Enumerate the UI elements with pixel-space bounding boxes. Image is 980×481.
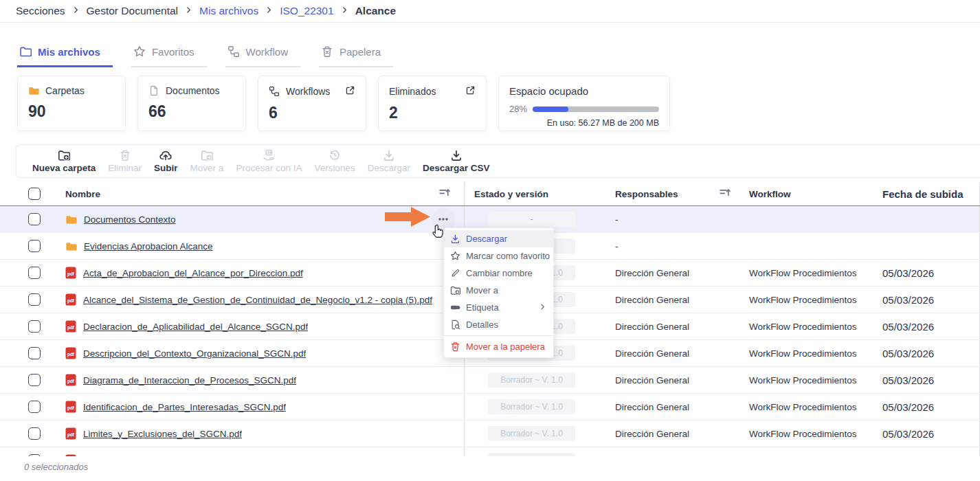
workflow-cell: WorkFlow Procedimientos bbox=[739, 322, 880, 332]
toolbar: Nueva carpetaEliminarSubirMover aAIProce… bbox=[16, 144, 980, 178]
column-header-nombre: Nombre bbox=[65, 189, 100, 199]
file-name-link[interactable]: Diagrama_de_Interaccion_de_Procesos_SGCN… bbox=[83, 375, 296, 385]
menu-item-detalles[interactable]: Detalles bbox=[444, 316, 553, 333]
context-menu: DescargarMarcar como favoritoCambiar nom… bbox=[443, 227, 554, 358]
responsible-cell: - bbox=[615, 241, 739, 251]
breadcrumb-separator-icon bbox=[71, 5, 80, 17]
toolbar-button-subir[interactable]: Subir bbox=[154, 149, 178, 173]
file-name-link[interactable]: Descripcion_del_Contexto_Organizacional_… bbox=[83, 348, 306, 359]
history-icon bbox=[328, 149, 341, 161]
file-name-link[interactable]: Acta_de_Aprobacion_del_Alcance_por_Direc… bbox=[83, 268, 303, 278]
tab-workflow[interactable]: Workflow bbox=[225, 44, 300, 67]
cursor-pointer-icon bbox=[429, 223, 447, 240]
table-header: Nombre Estado y versión Responsables Wor… bbox=[0, 182, 980, 206]
trash-x-icon bbox=[450, 342, 460, 352]
tab-favoritos[interactable]: Favoritos bbox=[131, 44, 207, 67]
external-link-icon[interactable] bbox=[465, 85, 476, 98]
responsible-cell: Dirección General bbox=[615, 429, 739, 439]
breadcrumb-item-iso-22301[interactable]: ISO_22301 bbox=[280, 5, 333, 17]
file-name-link[interactable]: Alcance_del_Sistema_de_Gestion_de_Contin… bbox=[83, 295, 432, 305]
stat-card-value: 90 bbox=[28, 102, 115, 121]
folder-plus-icon bbox=[58, 149, 70, 161]
breadcrumb: SeccionesGestor DocumentalMis archivosIS… bbox=[0, 0, 980, 23]
toolbar-button-descargar-csv[interactable]: Descargar CSV bbox=[423, 149, 490, 173]
row-checkbox[interactable] bbox=[28, 347, 41, 359]
toolbar-button-label: Mover a bbox=[190, 163, 224, 173]
row-checkbox[interactable] bbox=[28, 267, 41, 279]
date-cell: 05/03/2026 bbox=[880, 287, 980, 313]
file-name-link[interactable]: Evidencias Aprobacion Alcance bbox=[84, 241, 213, 251]
date-cell: 05/03/2026 bbox=[880, 447, 980, 456]
row-checkbox[interactable] bbox=[28, 401, 41, 413]
file-name-link[interactable]: Identificacion_de_Partes_Interesadas_SGC… bbox=[83, 402, 286, 412]
breadcrumb-item-mis-archivos[interactable]: Mis archivos bbox=[199, 5, 258, 17]
menu-item-cambiar-nombre[interactable]: Cambiar nombre bbox=[444, 265, 553, 282]
column-header-workflow: Workflow bbox=[749, 189, 791, 199]
svg-text:pdf: pdf bbox=[67, 271, 75, 277]
sort-icon[interactable] bbox=[719, 187, 731, 201]
pdf-file-icon: pdf bbox=[65, 454, 76, 456]
pdf-file-icon: pdf bbox=[65, 293, 76, 306]
breadcrumb-separator-icon bbox=[340, 5, 349, 17]
orange-arrow-annotation bbox=[385, 205, 431, 228]
storage-usage-text: En uso: 56.27 MB de 200 MB bbox=[509, 118, 659, 128]
tab-papelera[interactable]: Papelera bbox=[319, 44, 393, 67]
tab-label: Mis archivos bbox=[38, 46, 100, 58]
stat-card-label: Eliminados bbox=[389, 86, 436, 97]
stat-card-label: Workflows bbox=[286, 86, 330, 97]
menu-item-mover-a[interactable]: Mover a bbox=[444, 282, 553, 299]
file-name-link[interactable]: Limites_y_Exclusiones_del_SGCN.pdf bbox=[83, 429, 242, 439]
row-checkbox[interactable] bbox=[28, 293, 41, 306]
row-checkbox[interactable] bbox=[28, 454, 41, 456]
stat-card-eliminados: Eliminados2 bbox=[378, 76, 487, 131]
menu-item-etiqueta[interactable]: Etiqueta bbox=[444, 299, 553, 316]
responsible-cell: Dirección General bbox=[615, 402, 739, 412]
tab-label: Favoritos bbox=[152, 46, 194, 58]
external-link-icon[interactable] bbox=[345, 85, 355, 98]
row-checkbox[interactable] bbox=[28, 240, 41, 252]
toolbar-button-label: Descargar bbox=[368, 163, 410, 173]
stat-card-carpetas: Carpetas90 bbox=[17, 76, 126, 131]
pdf-file-icon: pdf bbox=[65, 427, 76, 440]
file-name-link[interactable]: Documentos Contexto bbox=[84, 214, 176, 225]
date-cell bbox=[880, 233, 980, 259]
pencil-icon bbox=[450, 268, 460, 278]
download-icon bbox=[450, 149, 463, 161]
stat-card-label: Carpetas bbox=[45, 85, 85, 96]
trash-x-icon bbox=[119, 149, 131, 161]
responsible-cell: Dirección General bbox=[615, 322, 739, 332]
tab-mis-archivos[interactable]: Mis archivos bbox=[17, 44, 113, 67]
status-badge: Borrador ~ V. 1.0 bbox=[488, 399, 575, 414]
row-checkbox[interactable] bbox=[28, 374, 41, 386]
stat-card-value: 6 bbox=[269, 104, 355, 122]
pdf-file-icon: pdf bbox=[65, 320, 76, 333]
menu-item-marcar-como-favorito[interactable]: Marcar como favorito bbox=[444, 247, 553, 265]
table-row: pdfDiagrama_de_Interaccion_de_Procesos_S… bbox=[0, 367, 980, 394]
stat-card-value: 2 bbox=[389, 104, 476, 122]
workflow-cell: WorkFlow Procedimientos bbox=[739, 268, 880, 278]
menu-item-descargar[interactable]: Descargar bbox=[444, 230, 553, 247]
file-name-link[interactable]: Declaracion_de_Aplicabilidad_del_Alcance… bbox=[83, 322, 308, 332]
sort-icon[interactable] bbox=[438, 187, 450, 201]
row-checkbox[interactable] bbox=[28, 427, 41, 440]
menu-item-mover-a-la-papelera[interactable]: Mover a la papelera bbox=[444, 338, 553, 355]
svg-text:pdf: pdf bbox=[67, 298, 75, 304]
storage-percent: 28% bbox=[509, 104, 527, 114]
row-checkbox[interactable] bbox=[28, 213, 41, 225]
storage-card: Espacio ocupado 28% En uso: 56.27 MB de … bbox=[498, 76, 670, 131]
toolbar-button-nueva-carpeta[interactable]: Nueva carpeta bbox=[32, 149, 96, 173]
page-icon bbox=[148, 85, 159, 96]
svg-text:pdf: pdf bbox=[67, 405, 75, 411]
breadcrumb-item-alcance: Alcance bbox=[355, 5, 396, 17]
breadcrumb-item-secciones[interactable]: Secciones bbox=[16, 5, 65, 17]
menu-item-label: Cambiar nombre bbox=[466, 268, 533, 278]
status-badge: Borrador ~ V. 1.0 bbox=[488, 453, 575, 456]
toolbar-button-label: Procesar con IA bbox=[236, 163, 302, 173]
table-row: pdfLimites_y_Exclusiones_del_SGCN.pdfBor… bbox=[0, 421, 980, 447]
menu-item-label: Marcar como favorito bbox=[466, 251, 550, 261]
select-all-checkbox[interactable] bbox=[28, 188, 41, 200]
row-checkbox[interactable] bbox=[28, 320, 41, 333]
column-header-responsables: Responsables bbox=[615, 189, 678, 199]
date-cell: 05/03/2026 bbox=[880, 394, 980, 420]
breadcrumb-item-gestor-documental[interactable]: Gestor Documental bbox=[87, 5, 179, 17]
